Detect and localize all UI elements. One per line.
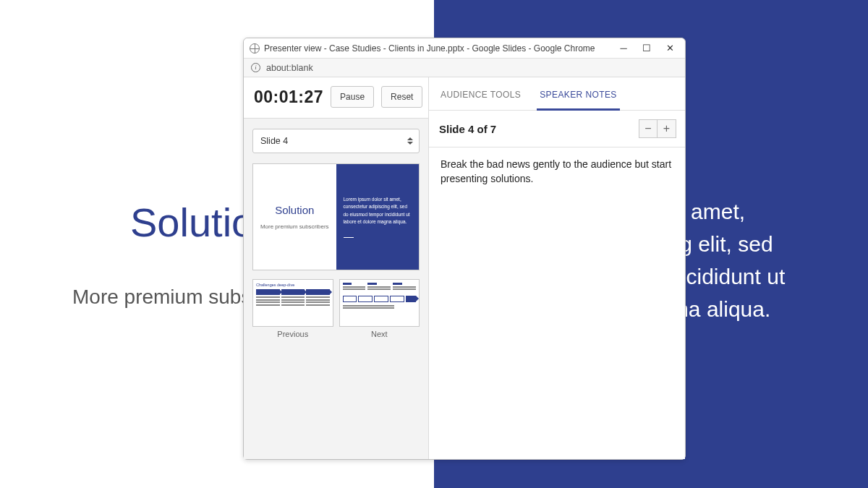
slide-selector-label: Slide 4: [260, 136, 288, 146]
previous-col: Challenges deep-dive: [252, 279, 333, 341]
next-col: Next: [339, 279, 420, 341]
titlebar[interactable]: Presenter view - Case Studies - Clients …: [244, 38, 685, 59]
window-title: Presenter view - Case Studies - Clients …: [264, 43, 618, 53]
minimize-button[interactable]: ─: [618, 43, 629, 53]
address-text: about:blank: [266, 63, 313, 73]
info-icon[interactable]: i: [251, 63, 260, 72]
tab-speaker-notes[interactable]: SPEAKER NOTES: [538, 90, 618, 110]
box-icon: [343, 296, 357, 302]
presenter-content: 00:01:27 Pause Reset Slide 4 Solution Mo…: [244, 77, 685, 459]
notes-body: Break the bad news gently to the audienc…: [429, 147, 685, 196]
close-button[interactable]: ✕: [665, 43, 675, 53]
box-icon: [390, 296, 404, 302]
timer-row: 00:01:27 Pause Reset: [244, 77, 428, 119]
presenter-window: Presenter view - Case Studies - Clients …: [243, 38, 686, 460]
thumb-title: Solution: [275, 204, 314, 216]
previous-thumbnail[interactable]: Challenges deep-dive: [252, 279, 333, 327]
current-slide-thumbnail[interactable]: Solution More premium subscribers Lorem …: [252, 163, 420, 270]
right-pane: AUDIENCE TOOLS SPEAKER NOTES Slide 4 of …: [429, 77, 685, 459]
thumb-right: Lorem ipsum dolor sit amet, consectetur …: [336, 164, 420, 270]
prev-next-row: Challenges deep-dive: [252, 279, 420, 341]
next-label: Next: [339, 327, 420, 341]
timer: 00:01:27: [254, 87, 323, 107]
thumb-body: Lorem ipsum dolor sit amet, consectetur …: [344, 196, 412, 226]
thumb-left: Solution More premium subscribers: [253, 164, 336, 270]
window-buttons: ─ ☐ ✕: [618, 43, 679, 53]
tabs: AUDIENCE TOOLS SPEAKER NOTES: [429, 77, 685, 111]
box-icon: [374, 296, 388, 302]
slide-selector[interactable]: Slide 4: [252, 129, 420, 153]
globe-icon: [250, 43, 260, 53]
arrow-icon: [281, 289, 305, 295]
thumb-dash: [344, 237, 354, 238]
next-thumbnail[interactable]: [339, 279, 420, 327]
left-pane: 00:01:27 Pause Reset Slide 4 Solution Mo…: [244, 77, 429, 459]
thumb-subtitle: More premium subscribers: [260, 223, 329, 230]
prev-thumb-title: Challenges deep-dive: [256, 283, 330, 287]
stepper-arrows-icon[interactable]: [406, 137, 414, 145]
zoom-out-button[interactable]: −: [639, 119, 658, 138]
address-bar[interactable]: i about:blank: [244, 59, 685, 77]
arrow-icon: [406, 296, 416, 302]
tab-audience-tools[interactable]: AUDIENCE TOOLS: [439, 90, 522, 110]
notes-title: Slide 4 of 7: [439, 123, 496, 135]
previous-label: Previous: [252, 327, 333, 341]
arrow-icon: [256, 289, 280, 295]
box-icon: [358, 296, 373, 302]
arrow-icon: [306, 289, 330, 295]
zoom-in-button[interactable]: +: [658, 119, 676, 138]
zoom-buttons: − +: [639, 119, 676, 138]
reset-button[interactable]: Reset: [381, 86, 422, 108]
notes-header: Slide 4 of 7 − +: [429, 111, 685, 147]
pause-button[interactable]: Pause: [331, 86, 374, 108]
maximize-button[interactable]: ☐: [642, 43, 652, 53]
